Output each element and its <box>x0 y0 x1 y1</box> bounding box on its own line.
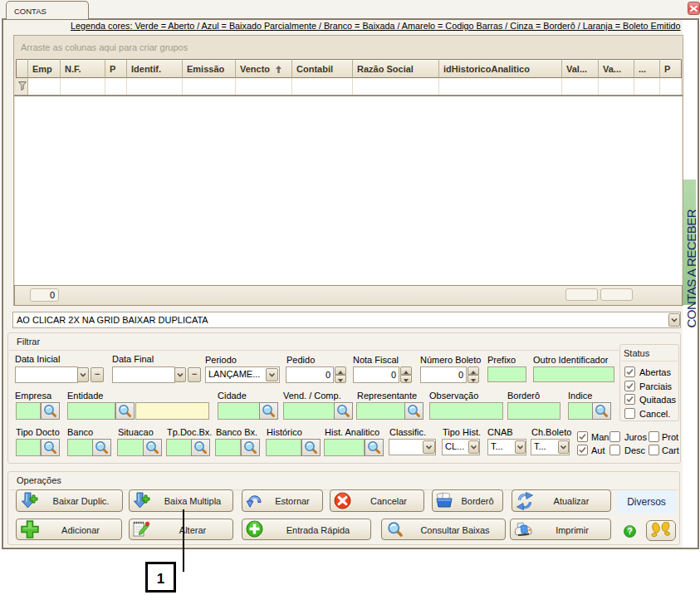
svg-text:?: ? <box>627 527 632 536</box>
